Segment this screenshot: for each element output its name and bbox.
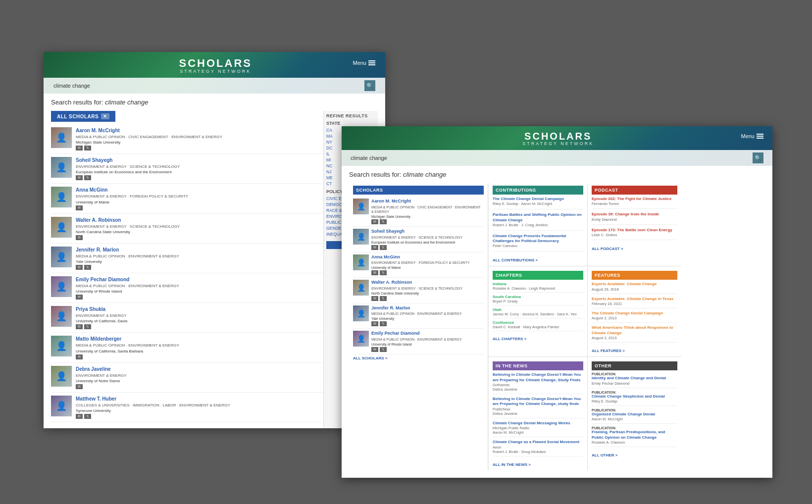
- front-search-input[interactable]: [351, 155, 753, 161]
- email-icon[interactable]: ✉: [76, 414, 83, 419]
- scholar-name[interactable]: Matto Mildenberger: [76, 336, 323, 342]
- back-search-button[interactable]: 🔍: [364, 80, 375, 91]
- news-title[interactable]: Believing in Climate Change Doesn't Mean…: [493, 372, 583, 383]
- front-features-col: FEATURES Experts Available: Climate Chan…: [587, 266, 681, 356]
- feature-title[interactable]: Experts Available: Climate Change: [592, 282, 677, 287]
- twitter-icon[interactable]: 𝕏: [380, 296, 387, 301]
- other-title[interactable]: Identity and Climate Change and Denial: [592, 376, 677, 381]
- scholar-avatar: 👤: [51, 217, 72, 238]
- twitter-icon[interactable]: 𝕏: [84, 324, 91, 329]
- email-icon[interactable]: ✉: [76, 175, 83, 180]
- scholar-name[interactable]: Priya Shukla: [76, 306, 323, 312]
- front-all-contributions-link[interactable]: ALL CONTRIBUTIONS >: [493, 258, 538, 262]
- front-scholar-affil: European Institute on Economics and the …: [371, 241, 484, 244]
- back-scholar-item: 👤 Aaron M. McCright Media & Public Opini…: [51, 124, 323, 154]
- email-icon[interactable]: ✉: [76, 205, 83, 210]
- email-icon[interactable]: ✉: [76, 324, 83, 329]
- back-scholar-item: 👤 Walter A. Robinson Environment & Energ…: [51, 214, 323, 244]
- twitter-icon[interactable]: 𝕏: [380, 245, 387, 250]
- email-icon[interactable]: ✉: [371, 296, 378, 301]
- podcast-episode[interactable]: Episode 39: Change from the Inside: [592, 212, 677, 217]
- front-all-scholars-link[interactable]: ALL SCHOLARS >: [353, 354, 484, 362]
- front-scholar-name[interactable]: Aaron M. McCright: [371, 199, 484, 204]
- back-tab-all-scholars[interactable]: ALL SCHOLARS ✕: [51, 111, 115, 122]
- news-title[interactable]: Climate Change as a Flawed Social Moveme…: [493, 440, 583, 445]
- front-scholar-info: Emily Pechar Diamond MEDIA & PUBLIC OPIN…: [371, 331, 484, 352]
- scholar-name[interactable]: Soheil Shayegh: [76, 157, 323, 163]
- scholar-avatar: 👤: [51, 366, 72, 387]
- front-search-button[interactable]: 🔍: [753, 152, 763, 163]
- twitter-icon[interactable]: 𝕏: [84, 175, 91, 180]
- contribution-item: Partisan Battles and Shifting Public Opi…: [493, 212, 583, 231]
- twitter-icon[interactable]: 𝕏: [380, 270, 387, 275]
- front-all-podcast-link[interactable]: ALL PODCAST >: [592, 247, 623, 251]
- front-scholars-header: SCHOLARS: [353, 186, 484, 195]
- back-menu-button[interactable]: Menu: [353, 58, 375, 66]
- front-scholar-name[interactable]: Walter A. Robinson: [371, 280, 484, 286]
- email-icon[interactable]: ✉: [76, 384, 83, 389]
- front-results-title: Search results for: climate change: [349, 171, 765, 178]
- back-search-input[interactable]: [53, 83, 364, 89]
- email-icon[interactable]: ✉: [76, 354, 83, 359]
- email-icon[interactable]: ✉: [76, 265, 83, 270]
- email-icon[interactable]: ✉: [76, 146, 83, 151]
- twitter-icon[interactable]: 𝕏: [380, 219, 387, 224]
- other-title[interactable]: Organized Climate Change Denial: [592, 412, 677, 417]
- scholar-name[interactable]: Jennifer R. Marlon: [76, 247, 323, 253]
- podcast-episode[interactable]: Episode 202: The Fight for Climate Justi…: [592, 197, 677, 202]
- podcast-guest: Fernando Torres: [592, 202, 677, 206]
- feature-title[interactable]: What Americans Think about Responses to …: [592, 325, 677, 336]
- twitter-icon[interactable]: 𝕏: [380, 321, 387, 326]
- twitter-icon[interactable]: 𝕏: [380, 347, 387, 352]
- email-icon[interactable]: ✉: [371, 245, 378, 250]
- feature-date: August 2, 2013: [592, 336, 677, 340]
- news-author: Debra Javeline: [493, 387, 583, 392]
- news-source: Gothamist: [493, 383, 583, 387]
- email-icon[interactable]: ✉: [76, 235, 83, 240]
- contribution-title[interactable]: The Climate Change Denial Campaign: [493, 197, 583, 202]
- scholar-name[interactable]: Anna McGinn: [76, 187, 323, 193]
- news-title[interactable]: Climate Change Denial Messaging Works: [493, 421, 583, 426]
- front-scholar-topics: MEDIA & PUBLIC OPINION · ENVIRONMENT & E…: [371, 337, 484, 342]
- scholar-name[interactable]: Matthew T. Huber: [76, 396, 323, 402]
- front-scholar-name[interactable]: Jennifer R. Marlon: [371, 305, 484, 311]
- scholar-name[interactable]: Aaron M. McCright: [76, 127, 323, 134]
- other-title[interactable]: Framing, Partisan Predispositions, and P…: [592, 430, 677, 440]
- scholar-affil: University of California, Davis: [76, 319, 323, 323]
- feature-title[interactable]: Experts Available: Climate Change in Tex…: [592, 297, 677, 302]
- feature-title[interactable]: The Climate Change Denial Campaign: [592, 311, 677, 316]
- back-scholar-item: 👤 Soheil Shayegh Environment & Energy · …: [51, 154, 323, 184]
- front-scholar-name[interactable]: Soheil Shayegh: [371, 229, 484, 235]
- scholar-name[interactable]: Walter A. Robinson: [76, 217, 323, 223]
- scholar-topics: Colleges & Universities · Immigration · …: [76, 403, 323, 408]
- email-icon[interactable]: ✉: [76, 295, 83, 300]
- front-chapters-list: Indiana Rosalee A. Clawson · Leigh Raymo…: [493, 282, 583, 331]
- front-hamburger-icon: [757, 134, 763, 139]
- email-icon[interactable]: ✉: [371, 219, 378, 224]
- news-title[interactable]: Believing in Climate Change Doesn't Mean…: [493, 397, 583, 407]
- front-menu-button[interactable]: Menu: [741, 131, 763, 139]
- podcast-episode[interactable]: Episode 173: The Battle over Clean Energ…: [592, 228, 677, 233]
- front-scholar-affil: North Carolina State University: [371, 292, 484, 295]
- front-scholar-name[interactable]: Anna McGinn: [371, 254, 484, 260]
- scholar-name[interactable]: Emily Pechar Diamond: [76, 276, 323, 283]
- contribution-title[interactable]: Climate Change Presents Fundamental Chal…: [493, 234, 583, 244]
- other-author: Rosalee A. Clawson: [592, 440, 677, 445]
- front-scholar-name[interactable]: Emily Pechar Diamond: [371, 331, 484, 337]
- other-title[interactable]: Climate Change Skepticism and Denial: [592, 394, 677, 399]
- twitter-icon[interactable]: 𝕏: [84, 414, 91, 419]
- email-icon[interactable]: ✉: [371, 270, 378, 275]
- contribution-title[interactable]: Partisan Battles and Shifting Public Opi…: [493, 212, 583, 223]
- scholar-name[interactable]: Debra Javeline: [76, 366, 323, 372]
- front-other-list: PUBLICATION: Identity and Climate Change…: [592, 372, 677, 447]
- front-all-news-link[interactable]: ALL IN THE NEWS >: [493, 462, 531, 467]
- news-author: Aaron M. McCright: [493, 430, 583, 435]
- front-all-chapters-link[interactable]: ALL CHAPTERS >: [493, 337, 527, 341]
- email-icon[interactable]: ✉: [371, 347, 378, 352]
- front-all-features-link[interactable]: ALL FEATURES >: [592, 349, 625, 353]
- email-icon[interactable]: ✉: [371, 321, 378, 326]
- twitter-icon[interactable]: 𝕏: [84, 265, 91, 270]
- front-all-other-link[interactable]: ALL OTHER >: [592, 453, 618, 457]
- scholar-avatar: 👤: [51, 276, 72, 297]
- twitter-icon[interactable]: 𝕏: [84, 146, 91, 151]
